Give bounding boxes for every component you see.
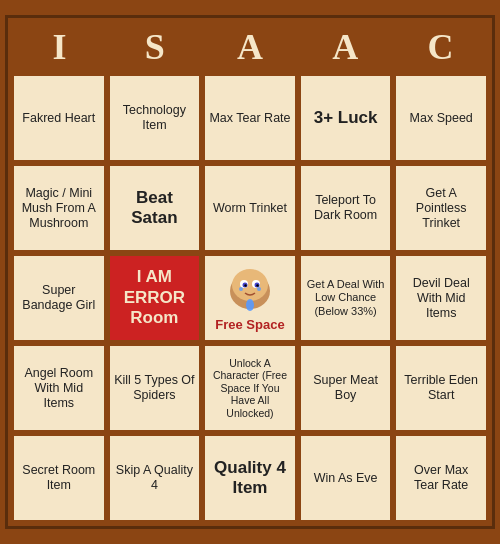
svg-point-1 bbox=[232, 269, 268, 301]
cell-r3c3-free-space[interactable]: Free Space bbox=[203, 254, 297, 342]
cell-r2c1[interactable]: Magic / Mini Mush From A Mushroom bbox=[12, 164, 106, 252]
svg-point-6 bbox=[244, 285, 246, 287]
cell-r4c5[interactable]: Terrible Eden Start bbox=[394, 344, 488, 432]
svg-point-7 bbox=[256, 285, 258, 287]
svg-point-8 bbox=[246, 299, 254, 311]
cell-r5c3[interactable]: Quality 4 Item bbox=[203, 434, 297, 522]
cell-r1c2[interactable]: Technology Item bbox=[108, 74, 202, 162]
cell-r1c4[interactable]: 3+ Luck bbox=[299, 74, 393, 162]
cell-r3c2[interactable]: I AM ERROR Room bbox=[108, 254, 202, 342]
cell-r1c5[interactable]: Max Speed bbox=[394, 74, 488, 162]
bingo-header: I S A A C bbox=[12, 22, 488, 72]
cell-r5c5[interactable]: Over Max Tear Rate bbox=[394, 434, 488, 522]
cell-r2c2[interactable]: Beat Satan bbox=[108, 164, 202, 252]
isaac-sprite bbox=[224, 263, 276, 315]
free-space-label: Free Space bbox=[215, 317, 284, 333]
header-letter-s: S bbox=[107, 22, 202, 72]
cell-r5c1[interactable]: Secret Room Item bbox=[12, 434, 106, 522]
header-letter-c: C bbox=[393, 22, 488, 72]
cell-r4c4[interactable]: Super Meat Boy bbox=[299, 344, 393, 432]
cell-r3c5[interactable]: Devil Deal With Mid Items bbox=[394, 254, 488, 342]
cell-r5c4[interactable]: Win As Eve bbox=[299, 434, 393, 522]
cell-r4c2[interactable]: Kill 5 Types Of Spiders bbox=[108, 344, 202, 432]
svg-point-10 bbox=[257, 287, 261, 291]
cell-r5c2[interactable]: Skip A Quality 4 bbox=[108, 434, 202, 522]
cell-r2c4[interactable]: Teleport To Dark Room bbox=[299, 164, 393, 252]
cell-r3c1[interactable]: Super Bandage Girl bbox=[12, 254, 106, 342]
cell-r1c3[interactable]: Max Tear Rate bbox=[203, 74, 297, 162]
svg-point-9 bbox=[239, 287, 243, 291]
header-letter-i: I bbox=[12, 22, 107, 72]
cell-r4c3[interactable]: Unlock A Character (Free Space If You Ha… bbox=[203, 344, 297, 432]
cell-r3c4[interactable]: Get A Deal With Low Chance (Below 33%) bbox=[299, 254, 393, 342]
header-letter-a1: A bbox=[202, 22, 297, 72]
cell-r4c1[interactable]: Angel Room With Mid Items bbox=[12, 344, 106, 432]
cell-r2c3[interactable]: Worm Trinket bbox=[203, 164, 297, 252]
header-letter-a2: A bbox=[298, 22, 393, 72]
cell-r2c5[interactable]: Get A Pointless Trinket bbox=[394, 164, 488, 252]
bingo-card: I S A A C Fakred Heart Technology Item M… bbox=[5, 15, 495, 529]
cell-r1c1[interactable]: Fakred Heart bbox=[12, 74, 106, 162]
bingo-grid: Fakred Heart Technology Item Max Tear Ra… bbox=[12, 74, 488, 522]
